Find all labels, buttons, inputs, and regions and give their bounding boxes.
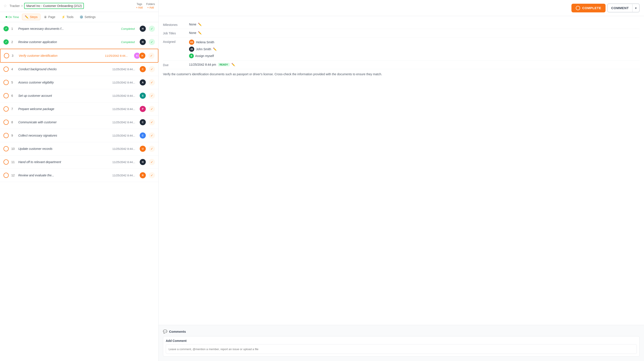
step-avatar-9: C	[139, 132, 146, 139]
tab-tools[interactable]: ⚡ Tools	[59, 14, 76, 20]
step-checkbox-6[interactable]	[4, 93, 9, 98]
assigned-edit-icon[interactable]: ✏️	[213, 48, 216, 51]
on-time-badge[interactable]: On Time	[4, 15, 21, 20]
milestones-label: Milestones	[163, 23, 185, 27]
breadcrumb-title[interactable]: Marvel Inc - Customer Onboarding (2/12)	[24, 3, 84, 9]
step-checkbox-12[interactable]	[4, 173, 9, 178]
comment-input[interactable]	[166, 344, 637, 354]
tab-settings[interactable]: ⚙️ Settings	[77, 14, 98, 20]
tags-label: Tags	[137, 3, 142, 6]
step-date-9: 11/25/2042 8:44...	[112, 134, 138, 137]
step-row-12[interactable]: 12Review and evaluate the...11/25/2042 8…	[0, 169, 158, 182]
step-checkbox-5[interactable]	[4, 80, 9, 85]
step-row-11[interactable]: 11Hand off to relevant department11/25/2…	[0, 156, 158, 169]
due-edit-icon[interactable]: ✏️	[232, 63, 235, 66]
due-row: Due 11/25/2042 8:44 pm READY ✏️	[163, 61, 640, 69]
step-name-2: Review customer application	[18, 40, 118, 44]
step-num-6: 6	[11, 94, 16, 97]
header-actions: Tags + Add Folders + Add	[136, 3, 155, 9]
step-checkbox-9[interactable]	[4, 133, 9, 138]
step-row-2[interactable]: 2Review customer applicationCompletedH✓	[0, 36, 158, 49]
step-avatar-group-11: H	[141, 159, 146, 166]
step-checkbox-1[interactable]	[4, 26, 9, 31]
job-titles-value: None ✏️	[189, 31, 640, 35]
step-row-6[interactable]: 6Set up customer account11/25/2042 8:44.…	[0, 89, 158, 102]
step-num-3: 3	[12, 54, 16, 57]
step-approve-7[interactable]: ✓	[149, 106, 155, 112]
settings-icon: ⚙️	[80, 15, 83, 19]
step-row-9[interactable]: 9Collect necessary signatures11/25/2042 …	[0, 129, 158, 142]
assigned-label: Assigned	[163, 40, 185, 44]
step-approve-5[interactable]: ✓	[149, 79, 155, 86]
step-row-8[interactable]: 8Communicate with customer11/25/2042 8:4…	[0, 116, 158, 129]
tags-add-btn[interactable]: + Add	[136, 6, 143, 9]
step-avatar-7: P	[139, 106, 146, 112]
assigned-list: HS Helena Smith JS John Smith ✏️	[189, 40, 216, 58]
step-avatar-2: H	[139, 39, 146, 46]
step-name-8: Communicate with customer	[18, 121, 110, 124]
tab-page[interactable]: 🖥 Page	[41, 14, 58, 20]
step-row-10[interactable]: 10Update customer records11/25/2042 8:44…	[0, 142, 158, 156]
step-checkbox-4[interactable]	[4, 67, 9, 72]
step-avatar-3: H	[139, 52, 146, 59]
step-row-3[interactable]: 3Verify customer identification11/25/204…	[0, 49, 158, 63]
step-checkbox-2[interactable]	[4, 39, 9, 45]
step-approve-8[interactable]: ✓	[149, 119, 155, 125]
breadcrumb-tracker[interactable]: Tracker	[10, 4, 20, 8]
comment-button[interactable]: COMMENT	[608, 4, 632, 12]
step-approve-1[interactable]: ✓	[149, 26, 155, 32]
step-avatar-group-4: C	[141, 66, 146, 73]
step-row-5[interactable]: 5Assess customer eligibility11/25/2042 8…	[0, 76, 158, 89]
tab-steps[interactable]: ✏️ Steps	[22, 14, 40, 20]
step-approve-2[interactable]: ✓	[149, 39, 155, 45]
step-name-11: Hand off to relevant department	[18, 160, 110, 164]
step-checkbox-10[interactable]	[4, 146, 9, 151]
milestones-edit-icon[interactable]: ✏️	[198, 23, 202, 26]
step-approve-11[interactable]: ✓	[149, 159, 155, 165]
folders-group: Folders + Add	[146, 3, 155, 9]
step-approve-10[interactable]: ✓	[149, 146, 155, 152]
john-name: John Smith	[196, 48, 211, 51]
add-comment-box: Add Comment	[163, 336, 640, 357]
step-row-1[interactable]: 1Prepare necessary documents f...Complet…	[0, 22, 158, 36]
step-avatar-group-8: C	[141, 119, 146, 126]
step-name-3: Verify customer identification	[19, 54, 102, 57]
assign-myself-btn[interactable]: + Assign myself	[189, 54, 216, 58]
step-name-4: Conduct background checks	[18, 67, 110, 71]
step-approve-4[interactable]: ✓	[149, 66, 155, 72]
step-row-7[interactable]: 7Prepare welcome package11/25/2042 8:44.…	[0, 102, 158, 116]
folders-add-btn[interactable]: + Add	[147, 6, 154, 9]
due-date: 11/25/2042 8:44 pm	[189, 63, 216, 66]
step-approve-3[interactable]: ✓	[148, 53, 154, 59]
helena-name: Helena Smith	[196, 41, 214, 44]
step-status-2: Completed	[121, 41, 138, 44]
step-checkbox-8[interactable]	[4, 120, 9, 125]
comment-dropdown-button[interactable]: ▾	[632, 4, 639, 12]
step-avatar-8: C	[139, 119, 146, 126]
step-checkbox-7[interactable]	[4, 106, 9, 112]
step-checkbox-11[interactable]	[4, 159, 9, 165]
step-num-11: 11	[11, 160, 16, 164]
step-num-9: 9	[11, 134, 16, 137]
step-approve-6[interactable]: ✓	[149, 93, 155, 99]
step-approve-9[interactable]: ✓	[149, 132, 155, 139]
step-approve-12[interactable]: ✓	[149, 172, 155, 178]
step-avatar-group-7: P	[141, 106, 146, 112]
step-name-6: Set up customer account	[18, 94, 110, 97]
assigned-row: Assigned HS Helena Smith JS	[163, 38, 640, 61]
comment-btn-group: COMMENT ▾	[607, 4, 640, 13]
steps-icon: ✏️	[25, 15, 28, 19]
step-num-4: 4	[11, 67, 16, 71]
right-header: COMPLETE COMMENT ▾	[158, 0, 644, 16]
step-name-1: Prepare necessary documents f...	[18, 27, 118, 31]
step-date-3: 11/25/2042 8:44...	[105, 54, 131, 57]
comment-bubble-icon: 💬	[163, 329, 167, 333]
step-date-7: 11/25/2042 8:44...	[112, 107, 138, 111]
star-icon[interactable]: ☆	[4, 4, 7, 8]
step-row-4[interactable]: 4Conduct background checks11/25/2042 8:4…	[0, 63, 158, 76]
complete-button[interactable]: COMPLETE	[572, 4, 606, 13]
job-titles-edit-icon[interactable]: ✏️	[198, 31, 202, 35]
step-checkbox-3[interactable]	[4, 53, 9, 58]
step-avatar-group-10: U	[141, 145, 146, 152]
step-num-10: 10	[11, 147, 16, 151]
